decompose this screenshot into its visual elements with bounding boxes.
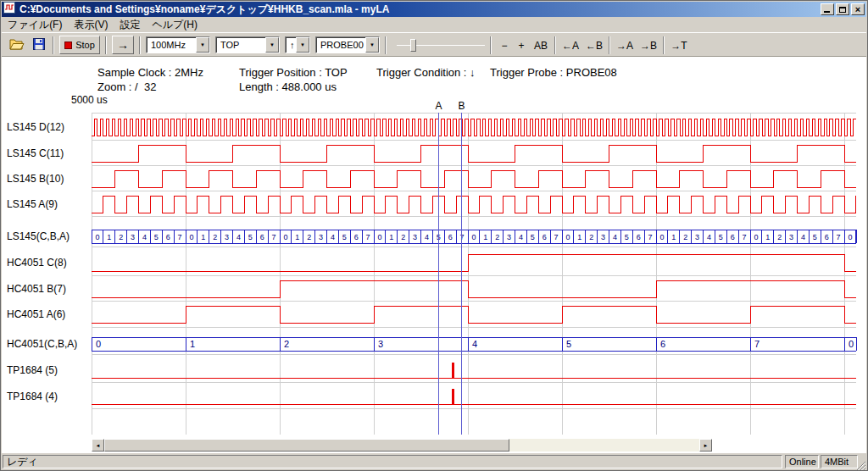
bus-value: 2 bbox=[777, 233, 782, 241]
trigger-probe-combo[interactable]: PROBE00 bbox=[315, 36, 380, 53]
bus-value: 6 bbox=[260, 233, 264, 241]
resize-grip[interactable] bbox=[854, 458, 865, 471]
length-info: Length : 488.000 us bbox=[239, 80, 337, 93]
menu-help[interactable]: ヘルプ(H) bbox=[146, 16, 203, 34]
bus-value: 7 bbox=[554, 233, 559, 241]
goto-a-prev-button[interactable]: ←A bbox=[559, 36, 581, 54]
zoom-info: Zoom : / 32 bbox=[97, 80, 156, 93]
bus-value: 3 bbox=[601, 233, 605, 241]
signal-label-ls145-c-b-a: LS145(C,B,A) bbox=[7, 230, 70, 243]
toolbar-separator bbox=[490, 36, 492, 54]
zoom-out-button[interactable]: − bbox=[497, 36, 512, 54]
minimize-button[interactable] bbox=[821, 3, 834, 15]
bus-value: 6 bbox=[542, 233, 547, 241]
bus-value: 3 bbox=[413, 233, 417, 241]
bus-value: 6 bbox=[731, 233, 735, 241]
goto-a-next-button[interactable]: →A bbox=[614, 36, 636, 54]
zoom-in-button[interactable]: + bbox=[514, 36, 529, 54]
chevron-down-icon[interactable] bbox=[296, 37, 309, 53]
chevron-down-icon[interactable] bbox=[265, 37, 279, 53]
menu-file[interactable]: ファイル(F) bbox=[2, 16, 68, 34]
bus-value: 6 bbox=[825, 233, 829, 241]
cursor-b-label[interactable]: B bbox=[455, 100, 469, 112]
bus-value: 1 bbox=[577, 233, 581, 241]
stop-button[interactable]: Stop bbox=[59, 36, 100, 54]
stop-label: Stop bbox=[75, 40, 95, 50]
status-online: Online bbox=[785, 455, 819, 468]
bus-value: 3 bbox=[507, 233, 511, 241]
bus-value: 2 bbox=[401, 233, 405, 241]
bus-value: 0 bbox=[849, 339, 854, 349]
bus-value: 7 bbox=[743, 233, 747, 241]
bus-value: 1 bbox=[765, 233, 770, 241]
goto-b-next-button[interactable]: →B bbox=[637, 36, 659, 54]
save-file-button[interactable] bbox=[29, 36, 49, 54]
bus-value: 6 bbox=[637, 233, 641, 241]
signal-label-hc4051-c-8: HC4051 C(8) bbox=[7, 256, 67, 269]
scrollbar-thumb[interactable] bbox=[104, 439, 509, 452]
bus-value: 0 bbox=[659, 233, 664, 241]
scroll-left-icon[interactable] bbox=[92, 439, 104, 452]
minimize-icon bbox=[824, 11, 830, 13]
open-file-button[interactable] bbox=[7, 36, 27, 54]
bus-value: 1 bbox=[483, 233, 487, 241]
bus-value: 4 bbox=[519, 233, 523, 241]
menu-settings[interactable]: 設定 bbox=[114, 16, 146, 34]
bus-value: 4 bbox=[613, 233, 617, 241]
bus-value: 3 bbox=[789, 233, 793, 241]
bus-value: 5 bbox=[813, 233, 817, 241]
signal-label-ls145-a-9: LS145 A(9) bbox=[7, 197, 58, 211]
close-icon: × bbox=[855, 5, 860, 14]
bus-value: 0 bbox=[96, 339, 101, 349]
bus-value: 4 bbox=[331, 233, 335, 241]
app-window: C:¥Documents and Settings¥noname¥デスクトップ¥… bbox=[0, 0, 868, 471]
toolbar-separator bbox=[554, 36, 556, 54]
bus-value: 6 bbox=[448, 233, 453, 241]
goto-trigger-button[interactable]: →T bbox=[668, 36, 690, 54]
zoom-slider[interactable] bbox=[393, 36, 488, 54]
bus-value: 7 bbox=[837, 233, 841, 241]
waveform-tp1684-5-pulse bbox=[452, 363, 454, 378]
bus-value: 2 bbox=[307, 233, 311, 241]
ab-button[interactable]: AB bbox=[531, 36, 551, 54]
trigger-position-value: TOP bbox=[220, 40, 239, 50]
bus-value: 5 bbox=[719, 233, 723, 241]
chevron-down-icon[interactable] bbox=[365, 37, 379, 53]
sample-rate-combo[interactable]: 100MHz bbox=[146, 36, 210, 53]
waveform-hc4051-c-8 bbox=[92, 254, 856, 271]
bus-value: 3 bbox=[225, 233, 229, 241]
toolbar: Stop → 100MHz TOP ↑ PROBE00 − + bbox=[2, 32, 866, 57]
trigger-position-combo[interactable]: TOP bbox=[215, 36, 280, 53]
maximize-button[interactable] bbox=[836, 3, 849, 15]
horizontal-scrollbar[interactable] bbox=[92, 439, 712, 452]
bus-value: 0 bbox=[848, 233, 852, 241]
stop-icon bbox=[64, 42, 72, 49]
bus-value: 3 bbox=[695, 233, 699, 241]
bus-value: 2 bbox=[589, 233, 593, 241]
bus-value: 4 bbox=[236, 233, 241, 241]
title-bar[interactable]: C:¥Documents and Settings¥noname¥デスクトップ¥… bbox=[2, 2, 866, 17]
cursor-a-label[interactable]: A bbox=[432, 100, 446, 112]
bus-value: 1 bbox=[201, 233, 205, 241]
menu-view[interactable]: 表示(V) bbox=[68, 16, 114, 34]
toolbar-separator bbox=[53, 36, 54, 54]
run-button[interactable]: → bbox=[112, 36, 134, 54]
bus-value: 1 bbox=[190, 339, 195, 349]
signal-label-hc4051-b-7: HC4051 B(7) bbox=[7, 282, 66, 296]
bus-value: 6 bbox=[660, 339, 665, 349]
bus-value: 0 bbox=[283, 233, 287, 241]
bus-value: 4 bbox=[425, 233, 429, 241]
close-button[interactable]: × bbox=[851, 3, 865, 15]
trigger-probe-value: PROBE00 bbox=[320, 40, 364, 50]
waveform-display[interactable]: 0123456701234567012345670123456701234567… bbox=[0, 97, 868, 438]
chevron-down-icon[interactable] bbox=[196, 37, 209, 53]
slider-thumb[interactable] bbox=[410, 39, 416, 52]
sample-rate-value: 100MHz bbox=[151, 40, 186, 50]
bus-value: 1 bbox=[671, 233, 676, 241]
scroll-right-icon[interactable] bbox=[699, 439, 712, 452]
status-memory: 4MBit bbox=[821, 455, 858, 468]
sample-clock-info: Sample Clock : 2MHz bbox=[97, 66, 203, 79]
goto-b-prev-button[interactable]: ←B bbox=[583, 36, 605, 54]
trigger-edge-combo[interactable]: ↑ bbox=[285, 36, 310, 53]
bus-value: 3 bbox=[131, 233, 135, 241]
